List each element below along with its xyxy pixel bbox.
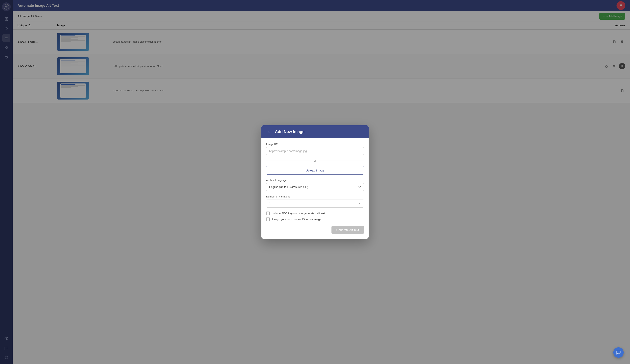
modal-header: × Add New Image: [262, 125, 368, 138]
language-group: Alt Text Language English (United States…: [266, 179, 364, 191]
or-line-right: [318, 161, 364, 161]
variations-group: Number of Variations 1 2 3 4 5: [266, 195, 364, 207]
checkbox-id-label: Assign your own unique ID to this image.: [272, 218, 322, 221]
language-label: Alt Text Language: [266, 179, 364, 182]
modal-footer: Generate Alt Text: [262, 226, 368, 239]
image-url-label: Image URL: [266, 143, 364, 146]
image-url-group: Image URL: [266, 143, 364, 155]
variations-label: Number of Variations: [266, 195, 364, 198]
or-divider: or: [266, 159, 364, 162]
or-text: or: [314, 159, 316, 162]
image-url-input[interactable]: [266, 147, 364, 155]
close-icon: ×: [268, 130, 270, 134]
language-select[interactable]: English (United States) (en-US) Spanish …: [266, 183, 364, 191]
generate-alt-text-button[interactable]: Generate Alt Text: [332, 226, 364, 234]
chat-fab-button[interactable]: [613, 347, 624, 358]
checkbox-id-box[interactable]: [266, 217, 270, 221]
checkbox-seo[interactable]: Include SEO keywords in generated alt te…: [266, 211, 364, 215]
modal-body: Image URL or Upload Image Alt Text Langu…: [262, 138, 368, 226]
upload-image-button[interactable]: Upload Image: [266, 166, 364, 175]
checkbox-seo-box[interactable]: [266, 211, 270, 215]
checkbox-seo-label: Include SEO keywords in generated alt te…: [272, 212, 326, 215]
checkbox-id[interactable]: Assign your own unique ID to this image.: [266, 217, 364, 221]
modal-title: Add New Image: [275, 130, 304, 134]
add-image-modal: × Add New Image Image URL or Upload Imag…: [262, 125, 368, 239]
variations-select[interactable]: 1 2 3 4 5: [266, 199, 364, 207]
chat-fab-icon: [616, 350, 621, 355]
modal-close-button[interactable]: ×: [266, 129, 272, 134]
checkbox-group: Include SEO keywords in generated alt te…: [266, 211, 364, 221]
modal-overlay[interactable]: × Add New Image Image URL or Upload Imag…: [0, 0, 630, 364]
or-line-left: [266, 161, 312, 161]
